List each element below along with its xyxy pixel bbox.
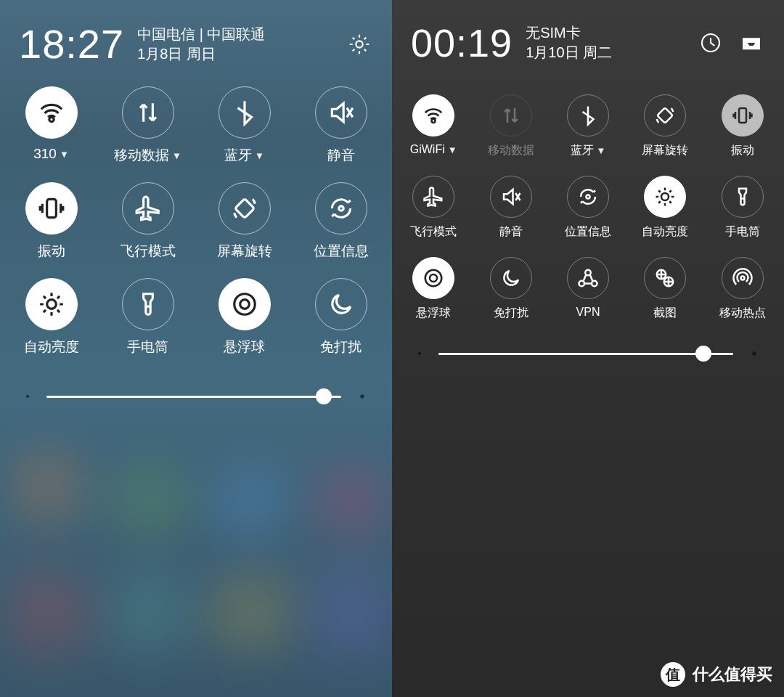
caret-icon: ▼ bbox=[172, 150, 181, 161]
clock-button[interactable] bbox=[697, 29, 724, 57]
toggle-rotate[interactable]: 屏幕旋转 bbox=[626, 90, 703, 161]
slider-track[interactable] bbox=[46, 396, 341, 398]
toggle-label: 移动数据 bbox=[488, 143, 534, 158]
carrier-label: 中国电信 | 中国联通 bbox=[137, 25, 265, 44]
toggle-dnd[interactable]: 免打扰 bbox=[293, 274, 389, 359]
toggle-circle bbox=[722, 176, 764, 218]
brightness-slider[interactable] bbox=[0, 359, 392, 404]
toggle-rotate[interactable]: 屏幕旋转 bbox=[196, 178, 293, 264]
clock-time: 18:27 bbox=[19, 20, 124, 68]
flashlight-icon bbox=[134, 290, 162, 318]
toggle-flashlight[interactable]: 手电筒 bbox=[704, 171, 781, 242]
toggle-label: 悬浮球 bbox=[416, 306, 451, 321]
vibrate-icon bbox=[732, 105, 754, 126]
toggle-label: 自动亮度 bbox=[24, 338, 79, 356]
toggle-label: 截图 bbox=[653, 306, 677, 321]
toggle-circle bbox=[25, 278, 78, 330]
toggle-mute[interactable]: 静音 bbox=[293, 82, 389, 168]
toggle-floatball[interactable]: 悬浮球 bbox=[395, 253, 472, 324]
toggle-vibrate[interactable]: 振动 bbox=[704, 90, 781, 161]
toggle-flashlight[interactable]: 手电筒 bbox=[99, 274, 196, 359]
caret-icon: ▼ bbox=[60, 149, 69, 160]
toggle-hotspot[interactable]: 移动热点 bbox=[704, 253, 781, 324]
toggle-autobright[interactable]: 自动亮度 bbox=[3, 274, 99, 359]
toggle-data[interactable]: 移动数据▼ bbox=[99, 82, 196, 168]
caret-icon: ▼ bbox=[448, 144, 457, 155]
toggle-circle bbox=[567, 176, 609, 218]
toggle-airplane[interactable]: 飞行模式 bbox=[99, 178, 196, 264]
floatball-icon bbox=[231, 290, 258, 318]
toggle-floatball[interactable]: 悬浮球 bbox=[196, 274, 293, 359]
carrier-label: 无SIM卡 bbox=[526, 23, 612, 43]
toggle-circle bbox=[25, 182, 78, 235]
toggle-label: 飞行模式 bbox=[410, 224, 457, 240]
data-icon bbox=[500, 105, 522, 126]
inbox-button[interactable] bbox=[738, 29, 765, 57]
toggle-grid: 310▼移动数据▼蓝牙▼静音振动飞行模式屏幕旋转位置信息自动亮度手电筒悬浮球免打… bbox=[0, 73, 392, 359]
brightness-low-icon bbox=[414, 348, 425, 359]
toggle-circle bbox=[412, 94, 454, 136]
toggle-label: 屏幕旋转 bbox=[217, 242, 272, 261]
inbox-icon bbox=[740, 31, 763, 54]
toggle-bluetooth[interactable]: 蓝牙▼ bbox=[550, 90, 626, 161]
toggle-circle bbox=[219, 278, 271, 330]
dnd-icon bbox=[327, 290, 355, 318]
toggle-wifi[interactable]: GiWiFi▼ bbox=[395, 90, 472, 161]
slider-thumb[interactable] bbox=[316, 388, 332, 404]
toggle-grid: GiWiFi▼移动数据蓝牙▼屏幕旋转振动飞行模式静音位置信息自动亮度手电筒悬浮球… bbox=[392, 71, 784, 324]
settings-button[interactable] bbox=[346, 30, 373, 58]
mute-icon bbox=[500, 186, 522, 208]
caret-icon: ▼ bbox=[255, 150, 264, 161]
screenshot-icon bbox=[654, 267, 676, 289]
data-icon bbox=[134, 99, 162, 126]
header: 18:27 中国电信 | 中国联通 1月8日 周日 bbox=[0, 0, 392, 73]
brightness-high-icon bbox=[354, 388, 370, 404]
toggle-location[interactable]: 位置信息 bbox=[550, 171, 626, 242]
vpn-icon bbox=[577, 267, 599, 289]
toggle-label: 手电筒 bbox=[725, 224, 760, 240]
toggle-location[interactable]: 位置信息 bbox=[293, 178, 389, 264]
toggle-label: 位置信息 bbox=[314, 242, 369, 261]
watermark-badge: 值 bbox=[661, 662, 685, 687]
clock-time: 00:19 bbox=[411, 20, 513, 65]
toggle-circle bbox=[122, 86, 174, 139]
toggle-label: 自动亮度 bbox=[642, 224, 688, 240]
toggle-circle bbox=[219, 86, 271, 139]
toggle-screenshot[interactable]: 截图 bbox=[626, 253, 703, 324]
rotate-icon bbox=[654, 105, 676, 126]
wifi-icon bbox=[38, 99, 65, 126]
toggle-label: 静音 bbox=[499, 224, 523, 240]
quick-settings-panel-right: 00:19 无SIM卡 1月10日 周二 GiWiFi▼移动数据蓝牙▼屏幕旋转振… bbox=[392, 0, 784, 697]
rotate-icon bbox=[231, 195, 258, 222]
slider-thumb[interactable] bbox=[695, 346, 711, 362]
toggle-circle bbox=[25, 86, 78, 139]
toggle-circle bbox=[644, 94, 686, 136]
toggle-circle bbox=[122, 278, 174, 330]
watermark-text: 什么值得买 bbox=[693, 664, 772, 685]
toggle-mute[interactable]: 静音 bbox=[472, 171, 549, 242]
toggle-bluetooth[interactable]: 蓝牙▼ bbox=[196, 82, 293, 168]
wifi-icon bbox=[422, 105, 444, 126]
toggle-circle bbox=[722, 94, 764, 136]
airplane-icon bbox=[422, 186, 444, 208]
toggle-autobright[interactable]: 自动亮度 bbox=[626, 171, 703, 242]
toggle-label: 免打扰 bbox=[320, 338, 362, 356]
toggle-label: 位置信息 bbox=[565, 224, 611, 240]
date-label: 1月8日 周日 bbox=[137, 44, 265, 64]
airplane-icon bbox=[134, 195, 162, 222]
toggle-airplane[interactable]: 飞行模式 bbox=[395, 171, 472, 242]
toggle-label: 飞行模式 bbox=[121, 242, 176, 261]
toggle-data[interactable]: 移动数据 bbox=[472, 90, 549, 161]
toggle-vpn[interactable]: VPN bbox=[550, 253, 626, 324]
toggle-vibrate[interactable]: 振动 bbox=[3, 178, 99, 264]
toggle-label: 310▼ bbox=[33, 146, 69, 162]
toggle-circle bbox=[412, 257, 454, 299]
toggle-label: 手电筒 bbox=[127, 338, 168, 356]
toggle-dnd[interactable]: 免打扰 bbox=[472, 253, 549, 324]
brightness-slider[interactable] bbox=[392, 324, 784, 362]
slider-track[interactable] bbox=[438, 353, 733, 355]
vibrate-icon bbox=[38, 195, 65, 222]
toggle-wifi[interactable]: 310▼ bbox=[3, 82, 99, 168]
flashlight-icon bbox=[732, 186, 754, 208]
toggle-circle bbox=[315, 86, 367, 139]
